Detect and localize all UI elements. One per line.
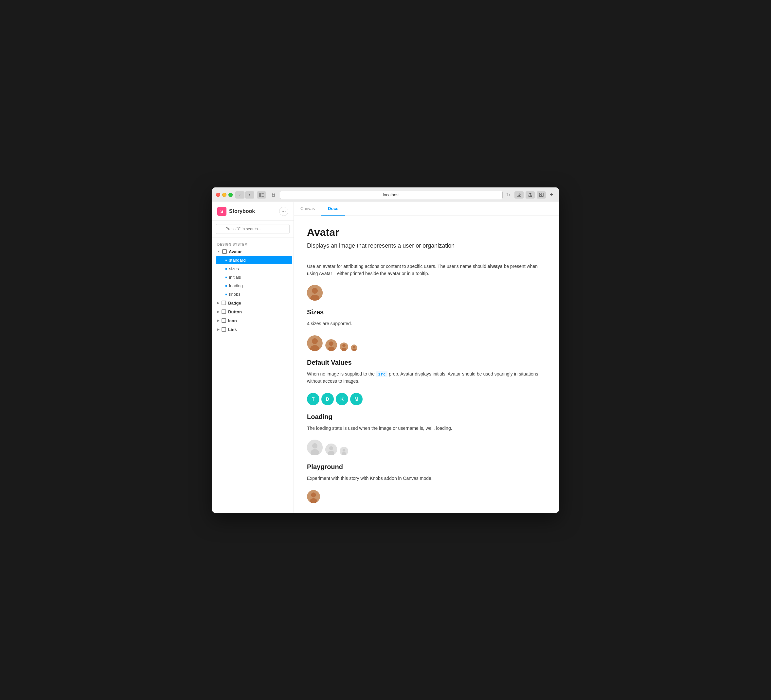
sidebar-header: S Storybook ··· (212, 202, 294, 221)
sidebar-group-header-badge[interactable]: ▶ Badge (212, 299, 294, 307)
url-text: localhost (383, 192, 400, 197)
share-button[interactable] (525, 192, 535, 198)
sidebar-children-avatar: ■ standard ■ sizes ■ initials ■ (212, 256, 294, 298)
storybook-logo-text: Storybook (229, 208, 255, 214)
initials-avatar-t: T (307, 393, 319, 405)
default-values-pre: When no image is supplied to the (307, 371, 376, 377)
refresh-button[interactable]: ↻ (504, 192, 512, 198)
avatar-playground (307, 490, 546, 503)
avatar-sizes-row (307, 335, 546, 351)
expand-icon-badge: ▶ (217, 301, 220, 305)
sidebar-section-label: DESIGN SYSTEM (212, 240, 294, 248)
loading-avatar-3 (340, 447, 348, 455)
browser-chrome: ‹ › (212, 187, 559, 202)
sidebar-group-button: ▶ Button (212, 308, 294, 316)
docs-intro-text: Use an avatar for attributing actions or… (307, 264, 488, 269)
expand-icon: ▼ (217, 250, 220, 253)
sidebar-group-link: ▶ Link (212, 325, 294, 334)
sidebar: S Storybook ··· 🔍 DESIGN SYSTEM (212, 202, 294, 513)
avatar-playground-img (307, 490, 320, 503)
sidebar-group-header-icon[interactable]: ▶ Icon (212, 317, 294, 325)
expand-icon-link: ▶ (217, 328, 220, 331)
tab-canvas[interactable]: Canvas (294, 202, 321, 216)
initials-avatar-m: M (350, 393, 363, 405)
sidebar-menu-button[interactable]: ··· (279, 207, 288, 216)
sidebar-group-label-badge: Badge (228, 300, 241, 305)
avatar-size-1 (307, 335, 323, 351)
expand-icon-button: ▶ (217, 310, 220, 313)
sidebar-nav: DESIGN SYSTEM ▼ Avatar ■ standard (212, 237, 294, 513)
browser-window: ‹ › (212, 187, 559, 513)
forward-button[interactable]: › (245, 192, 254, 198)
sizes-title: Sizes (307, 309, 546, 316)
avatar-size-3 (340, 343, 348, 351)
tab-docs[interactable]: Docs (321, 202, 345, 216)
story-icon-initials: ■ (225, 275, 227, 279)
svg-point-23 (312, 443, 317, 448)
sizes-desc: 4 sizes are supported. (307, 320, 546, 327)
storybook-logo-icon: S (217, 207, 226, 216)
sidebar-search: 🔍 (212, 221, 294, 237)
download-button[interactable] (514, 192, 524, 198)
url-bar[interactable]: localhost (280, 191, 503, 199)
svg-point-11 (312, 338, 318, 344)
avatar-single (307, 285, 323, 300)
svg-point-17 (342, 344, 346, 348)
docs-content: Avatar Displays an image that represents… (294, 216, 559, 513)
sidebar-item-knobs[interactable]: ■ knobs (216, 290, 292, 298)
avatar-demo-single (307, 285, 546, 300)
svg-point-8 (312, 288, 318, 294)
sidebar-item-sizes[interactable]: ■ sizes (216, 265, 292, 273)
traffic-lights (216, 193, 233, 197)
sidebar-item-label-standard: standard (229, 258, 246, 263)
initials-letter-t: T (312, 396, 315, 402)
component-icon-badge (221, 300, 226, 305)
sidebar-item-label-loading: loading (229, 283, 243, 288)
story-icon-loading: ■ (225, 284, 227, 287)
docs-title: Avatar (307, 226, 546, 239)
story-icon-sizes: ■ (225, 267, 227, 271)
initials-letter-d: D (326, 396, 329, 402)
sidebar-group-label-avatar: Avatar (229, 249, 242, 254)
playground-desc: Experiment with this story with Knobs ad… (307, 474, 546, 482)
svg-rect-6 (542, 195, 543, 197)
src-code-tag: src (376, 371, 387, 377)
sidebar-item-loading[interactable]: ■ loading (216, 282, 292, 290)
main-content: Canvas Docs Avatar Displays an image tha… (294, 202, 559, 513)
nav-buttons: ‹ › (235, 192, 254, 198)
sidebar-item-label-initials: initials (229, 275, 241, 280)
svg-point-20 (353, 346, 355, 348)
sidebar-group-header-avatar[interactable]: ▼ Avatar (212, 248, 294, 256)
new-tab-button[interactable]: + (548, 192, 555, 198)
minimize-button[interactable] (222, 193, 226, 197)
sidebar-item-initials[interactable]: ■ initials (216, 273, 292, 281)
svg-rect-1 (262, 193, 264, 194)
sidebar-item-standard[interactable]: ■ standard (216, 256, 292, 264)
sidebar-group-header-link[interactable]: ▶ Link (212, 325, 294, 334)
sidebar-toggle-button[interactable] (257, 192, 266, 198)
maximize-button[interactable] (228, 193, 233, 197)
search-input[interactable] (216, 224, 290, 234)
storybook-logo: S Storybook (217, 207, 255, 216)
svg-rect-4 (272, 194, 275, 197)
search-wrapper: 🔍 (216, 224, 290, 234)
svg-rect-0 (259, 193, 261, 197)
svg-rect-2 (262, 195, 264, 195)
loading-avatar-1 (307, 440, 323, 455)
expand-icon-icon: ▶ (217, 319, 220, 322)
fullscreen-button[interactable] (537, 192, 546, 198)
component-icon-link (221, 327, 226, 332)
component-icon-button (221, 309, 226, 314)
story-icon-knobs: ■ (225, 292, 227, 296)
docs-intro-para: Use an avatar for attributing actions or… (307, 263, 546, 278)
browser-toolbar: ‹ › (216, 191, 555, 199)
loading-title: Loading (307, 413, 546, 421)
initials-letter-m: M (355, 396, 358, 402)
svg-point-26 (329, 447, 333, 450)
docs-subtitle: Displays an image that represents a user… (307, 242, 546, 256)
back-button[interactable]: ‹ (235, 192, 244, 198)
sidebar-group-header-button[interactable]: ▶ Button (212, 308, 294, 316)
svg-rect-5 (540, 193, 541, 195)
sidebar-group-label-icon: Icon (228, 318, 237, 323)
close-button[interactable] (216, 193, 220, 197)
